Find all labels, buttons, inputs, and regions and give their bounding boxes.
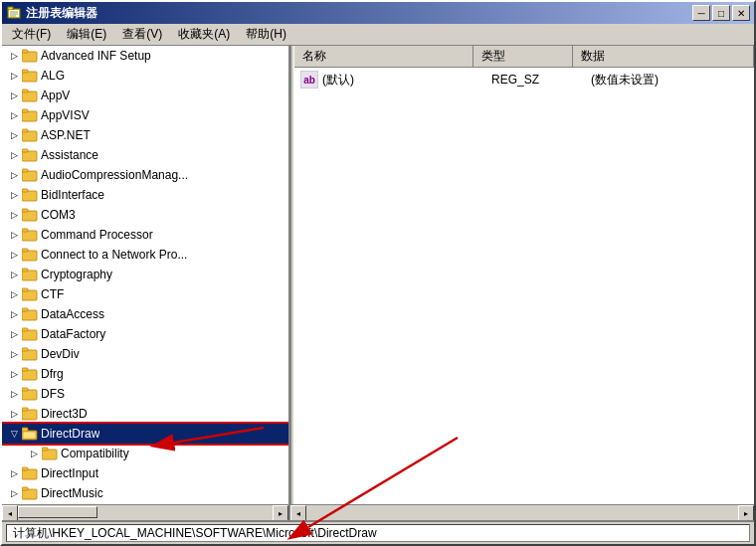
folder-icon xyxy=(42,447,58,460)
svg-rect-7 xyxy=(22,50,28,53)
svg-rect-27 xyxy=(22,249,28,252)
tree-label: DevDiv xyxy=(41,347,80,361)
tree-item-cryptography[interactable]: ▷ Cryptography xyxy=(2,265,288,284)
folder-icon xyxy=(22,407,38,421)
svg-rect-13 xyxy=(22,109,28,112)
minimize-button[interactable]: ─ xyxy=(692,5,710,21)
expand-arrow: ▷ xyxy=(6,346,22,362)
svg-rect-26 xyxy=(22,251,37,261)
menu-favorites[interactable]: 收藏夹(A) xyxy=(170,24,238,45)
tree-label: Dfrg xyxy=(41,367,64,381)
column-headers: 名称 类型 数据 xyxy=(294,46,754,68)
tree-panel: ▷ Advanced INF Setup ▷ ALG xyxy=(2,46,290,504)
svg-rect-25 xyxy=(22,229,28,232)
svg-rect-15 xyxy=(22,129,28,132)
svg-rect-12 xyxy=(22,111,37,121)
window-title: 注册表编辑器 xyxy=(26,5,692,22)
svg-rect-41 xyxy=(22,388,28,391)
tree-item-direct3d[interactable]: ▷ Direct3D xyxy=(2,404,288,424)
tree-item-dataaccess[interactable]: ▷ DataAccess xyxy=(2,304,288,324)
svg-rect-43 xyxy=(22,408,28,411)
folder-icon xyxy=(22,248,38,262)
folder-icon xyxy=(22,89,38,102)
expand-arrow: ▷ xyxy=(6,267,22,282)
expand-arrow: ▷ xyxy=(6,306,22,322)
tree-item-ctf[interactable]: ▷ CTF xyxy=(2,284,288,304)
expand-arrow: ▽ xyxy=(6,426,22,442)
scroll-right-btn2[interactable]: ▸ xyxy=(738,505,754,520)
folder-icon xyxy=(22,466,38,480)
svg-rect-17 xyxy=(22,149,28,152)
expand-arrow: ▷ xyxy=(6,127,22,143)
svg-rect-50 xyxy=(22,467,28,470)
tree-item-dfs[interactable]: ▷ DFS xyxy=(2,384,288,404)
svg-rect-48 xyxy=(42,448,48,451)
tree-label: DataFactory xyxy=(41,327,105,341)
expand-arrow: ▷ xyxy=(26,446,42,461)
registry-row-default[interactable]: ab (默认) REG_SZ (数值未设置) xyxy=(296,70,752,90)
menu-bar: 文件(F) 编辑(E) 查看(V) 收藏夹(A) 帮助(H) xyxy=(2,24,754,46)
tree-item-directinput[interactable]: ▷ DirectInput xyxy=(2,463,288,483)
menu-file[interactable]: 文件(F) xyxy=(4,24,59,45)
menu-edit[interactable]: 编辑(E) xyxy=(59,24,114,45)
window-icon xyxy=(6,5,22,21)
right-hscroll[interactable]: ◂ ▸ xyxy=(290,505,754,520)
tree-item-datafactory[interactable]: ▷ DataFactory xyxy=(2,324,288,344)
col-header-name: 名称 xyxy=(294,46,473,67)
tree-hscroll[interactable]: ◂ ▸ xyxy=(2,505,290,520)
tree-label: DFS xyxy=(41,387,65,401)
svg-rect-8 xyxy=(22,72,37,82)
folder-icon xyxy=(22,387,38,401)
tree-item-directdraw[interactable]: ▽ DirectDraw xyxy=(2,424,288,444)
folder-icon xyxy=(22,486,38,500)
tree-label: Cryptography xyxy=(41,268,112,281)
reg-value-name: (默认) xyxy=(322,72,491,89)
tree-item-assistance[interactable]: ▷ Assistance xyxy=(2,145,288,165)
svg-rect-39 xyxy=(22,368,28,371)
tree-item-asp-net[interactable]: ▷ ASP.NET xyxy=(2,125,288,145)
tree-item-appvisv[interactable]: ▷ AppVISV xyxy=(2,105,288,125)
tree-item-advanced-inf-setup[interactable]: ▷ Advanced INF Setup xyxy=(2,46,288,66)
expand-arrow: ▷ xyxy=(6,68,22,84)
scroll-right-btn[interactable]: ▸ xyxy=(273,505,288,520)
svg-rect-34 xyxy=(22,330,37,340)
col-header-data: 数据 xyxy=(573,46,754,67)
tree-label: CTF xyxy=(41,287,64,301)
menu-view[interactable]: 查看(V) xyxy=(114,24,170,45)
expand-arrow: ▷ xyxy=(6,326,22,342)
tree-label: AppVISV xyxy=(41,108,90,122)
tree-item-connect-network[interactable]: ▷ Connect to a Network Pro... xyxy=(2,245,288,265)
tree-item-compatibility[interactable]: ▷ Compatibility xyxy=(2,444,288,463)
tree-item-bid-interface[interactable]: ▷ BidInterface xyxy=(2,185,288,205)
tree-scroll[interactable]: ▷ Advanced INF Setup ▷ ALG xyxy=(2,46,288,504)
svg-rect-29 xyxy=(22,269,28,272)
expand-arrow: ▷ xyxy=(6,386,22,402)
tree-item-command-processor[interactable]: ▷ Command Processor xyxy=(2,225,288,245)
svg-rect-28 xyxy=(22,271,37,280)
restore-button[interactable]: □ xyxy=(712,5,730,21)
tree-label: Compatibility xyxy=(61,447,129,460)
scroll-left-btn2[interactable]: ◂ xyxy=(290,505,306,520)
svg-rect-23 xyxy=(22,209,28,212)
folder-icon xyxy=(22,49,38,63)
tree-item-appv[interactable]: ▷ AppV xyxy=(2,86,288,105)
tree-item-alg[interactable]: ▷ ALG xyxy=(2,66,288,86)
tree-item-com3[interactable]: ▷ COM3 xyxy=(2,205,288,225)
reg-value-icon: ab xyxy=(300,71,318,89)
svg-rect-16 xyxy=(22,151,37,161)
tree-item-audio-compression[interactable]: ▷ AudioCompressionManag... xyxy=(2,165,288,185)
tree-label: AudioCompressionManag... xyxy=(41,168,188,182)
svg-rect-21 xyxy=(22,189,28,192)
tree-item-directmusic[interactable]: ▷ DirectMusic xyxy=(2,483,288,503)
expand-arrow: ▷ xyxy=(6,406,22,422)
close-button[interactable]: ✕ xyxy=(732,5,750,21)
menu-help[interactable]: 帮助(H) xyxy=(238,24,294,45)
tree-item-dfrg[interactable]: ▷ Dfrg xyxy=(2,364,288,384)
tree-label: DirectMusic xyxy=(41,486,103,500)
tree-item-devdiv[interactable]: ▷ DevDiv xyxy=(2,344,288,364)
scroll-left-btn[interactable]: ◂ xyxy=(2,505,18,520)
folder-icon xyxy=(22,347,38,361)
svg-rect-49 xyxy=(22,469,37,479)
expand-arrow: ▷ xyxy=(6,207,22,223)
svg-rect-32 xyxy=(22,310,37,320)
